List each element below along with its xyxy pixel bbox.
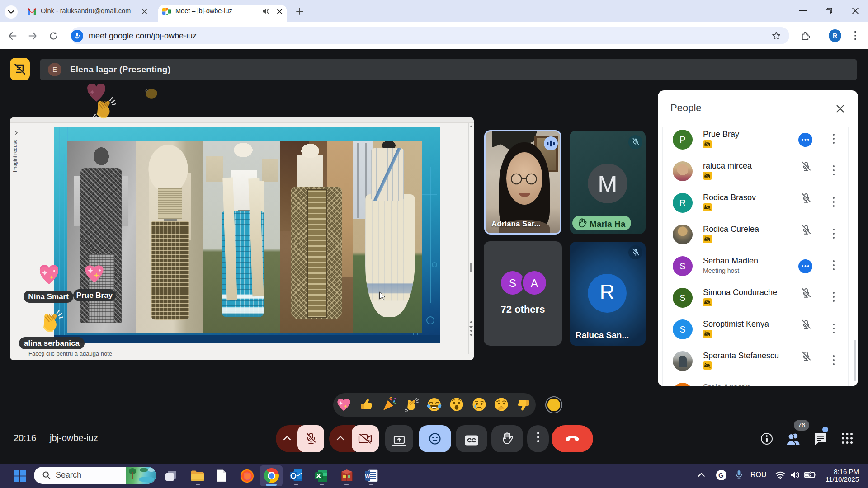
svg-text:W: W <box>365 473 370 479</box>
